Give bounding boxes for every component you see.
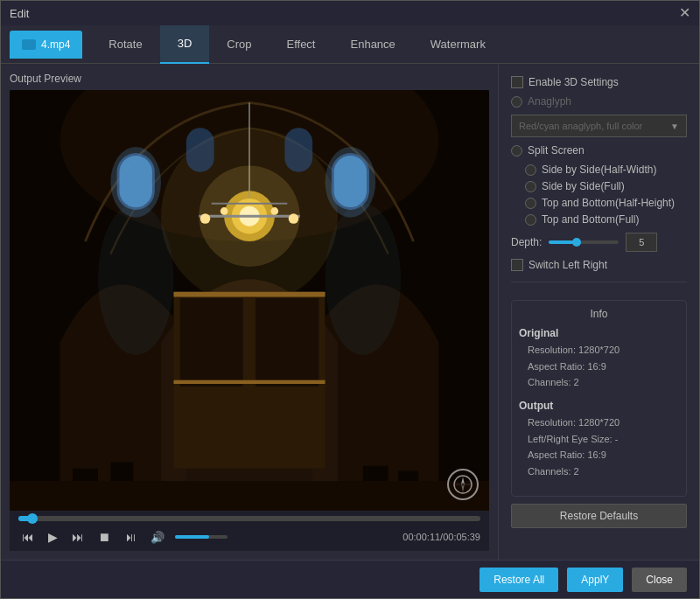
bottom-bar: Restore All ApplY Close bbox=[1, 560, 699, 598]
volume-slider[interactable] bbox=[175, 535, 228, 539]
top-bottom-half-radio[interactable] bbox=[525, 198, 536, 209]
original-label: Original bbox=[519, 327, 679, 339]
original-resolution: Resolution: 1280*720 bbox=[519, 342, 679, 359]
tab-rotate[interactable]: Rotate bbox=[91, 25, 159, 64]
svg-point-10 bbox=[200, 213, 211, 224]
anaglyph-radio[interactable] bbox=[511, 96, 522, 108]
dropdown-value: Red/cyan anaglyph, full color bbox=[519, 121, 642, 131]
svg-rect-20 bbox=[186, 128, 214, 171]
depth-number[interactable]: 5 bbox=[626, 233, 657, 252]
progress-bar[interactable] bbox=[18, 516, 480, 521]
close-button[interactable]: Close bbox=[632, 568, 687, 592]
next-frame-button[interactable]: ⏯ bbox=[121, 528, 140, 546]
file-icon bbox=[22, 39, 36, 50]
skip-back-button[interactable]: ⏮ bbox=[18, 528, 38, 546]
preview-panel: Output Preview bbox=[1, 64, 498, 560]
skip-forward-button[interactable]: ⏭ bbox=[68, 528, 88, 546]
enable-3d-row: Enable 3D Settings bbox=[511, 76, 687, 88]
file-tab[interactable]: 4.mp4 bbox=[10, 31, 82, 59]
svg-point-12 bbox=[220, 207, 228, 215]
video-container bbox=[10, 90, 489, 511]
dropdown-arrow-icon: ▼ bbox=[670, 122, 679, 131]
svg-rect-26 bbox=[173, 292, 325, 297]
tab-3d[interactable]: 3D bbox=[160, 25, 210, 64]
restore-defaults-button[interactable]: Restore Defaults bbox=[511, 504, 687, 528]
output-eye-size: Left/Right Eye Size: - bbox=[519, 431, 679, 448]
original-channels: Channels: 2 bbox=[519, 374, 679, 391]
svg-rect-27 bbox=[173, 380, 325, 384]
output-label: Output bbox=[519, 400, 679, 412]
content-area: Output Preview bbox=[1, 64, 699, 560]
svg-point-34 bbox=[326, 204, 402, 355]
split-options: Side by Side(Half-Width) Side by Side(Fu… bbox=[511, 164, 687, 226]
side-by-side-full-label: Side by Side(Full) bbox=[542, 180, 625, 192]
original-aspect: Aspect Ratio: 16:9 bbox=[519, 359, 679, 375]
tab-effect[interactable]: Effect bbox=[269, 25, 332, 64]
tab-enhance[interactable]: Enhance bbox=[333, 25, 413, 64]
svg-point-33 bbox=[98, 204, 174, 355]
restore-all-button[interactable]: Restore All bbox=[480, 568, 558, 592]
output-resolution: Resolution: 1280*720 bbox=[519, 414, 679, 431]
title-bar: Edit ✕ bbox=[1, 1, 699, 25]
anaglyph-dropdown-row: Red/cyan anaglyph, full color ▼ bbox=[511, 115, 687, 137]
controls-row: ⏮ ▶ ⏭ ⏹ ⏯ 🔊 00:00:11/00:05:39 bbox=[18, 528, 480, 546]
anaglyph-dropdown[interactable]: Red/cyan anaglyph, full color ▼ bbox=[511, 115, 687, 137]
info-title: Info bbox=[519, 308, 679, 320]
split-screen-row: Split Screen bbox=[511, 144, 687, 157]
top-bottom-full-radio[interactable] bbox=[525, 214, 536, 226]
time-display: 00:00:11/00:05:39 bbox=[402, 532, 480, 542]
volume-fill bbox=[175, 535, 209, 539]
depth-label: Depth: bbox=[511, 236, 542, 248]
switch-lr-checkbox[interactable] bbox=[511, 259, 523, 271]
video-placeholder bbox=[10, 90, 489, 511]
window-close-button[interactable]: ✕ bbox=[679, 6, 690, 20]
window-title: Edit bbox=[10, 7, 29, 20]
anaglyph-label: Anaglyph bbox=[528, 95, 571, 108]
top-bottom-full-label: Top and Bottom(Full) bbox=[542, 213, 639, 226]
church-image bbox=[10, 90, 489, 511]
depth-row: Depth: 5 bbox=[511, 233, 687, 252]
side-by-side-full-row: Side by Side(Full) bbox=[525, 180, 687, 192]
switch-lr-label: Switch Left Right bbox=[528, 259, 607, 271]
tabs-bar: 4.mp4 Rotate 3D Crop Effect Enhance Wate… bbox=[1, 25, 699, 64]
compass-icon bbox=[447, 469, 479, 500]
side-by-side-half-label: Side by Side(Half-Width) bbox=[542, 164, 656, 176]
volume-button[interactable]: 🔊 bbox=[147, 529, 168, 546]
split-screen-label: Split Screen bbox=[528, 144, 584, 157]
separator-1 bbox=[511, 282, 687, 282]
svg-rect-24 bbox=[180, 298, 243, 387]
side-by-side-half-row: Side by Side(Half-Width) bbox=[525, 164, 687, 176]
anaglyph-row: Anaglyph bbox=[511, 95, 687, 108]
depth-thumb bbox=[572, 238, 581, 247]
svg-rect-25 bbox=[256, 298, 318, 387]
main-window: Edit ✕ 4.mp4 Rotate 3D Crop Effect Enhan… bbox=[0, 0, 700, 599]
original-info-group: Original Resolution: 1280*720 Aspect Rat… bbox=[519, 327, 679, 391]
top-bottom-half-label: Top and Bottom(Half-Height) bbox=[542, 197, 675, 209]
svg-point-13 bbox=[271, 207, 279, 215]
tab-watermark[interactable]: Watermark bbox=[413, 25, 503, 64]
svg-rect-21 bbox=[284, 128, 312, 171]
top-bottom-half-row: Top and Bottom(Half-Height) bbox=[525, 197, 687, 209]
switch-lr-row: Switch Left Right bbox=[511, 259, 687, 271]
info-section: Info Original Resolution: 1280*720 Aspec… bbox=[511, 300, 687, 497]
svg-rect-32 bbox=[10, 481, 489, 511]
depth-slider[interactable] bbox=[549, 240, 619, 244]
player-controls: ⏮ ▶ ⏭ ⏹ ⏯ 🔊 00:00:11/00:05:39 bbox=[10, 511, 489, 551]
side-by-side-half-radio[interactable] bbox=[525, 164, 536, 176]
split-screen-radio[interactable] bbox=[511, 145, 522, 157]
output-channels: Channels: 2 bbox=[519, 463, 679, 480]
top-bottom-full-row: Top and Bottom(Full) bbox=[525, 213, 687, 226]
output-info-group: Output Resolution: 1280*720 Left/Right E… bbox=[519, 400, 679, 480]
depth-slider-container: 5 bbox=[549, 233, 657, 252]
output-aspect: Aspect Ratio: 16:9 bbox=[519, 447, 679, 463]
apply-button[interactable]: ApplY bbox=[567, 568, 623, 592]
svg-point-11 bbox=[289, 213, 299, 224]
enable-3d-label: Enable 3D Settings bbox=[528, 76, 619, 88]
enable-3d-checkbox[interactable] bbox=[511, 76, 523, 88]
stop-button[interactable]: ⏹ bbox=[94, 528, 114, 546]
play-button[interactable]: ▶ bbox=[45, 528, 61, 546]
tab-crop[interactable]: Crop bbox=[209, 25, 269, 64]
settings-panel: Enable 3D Settings Anaglyph Red/cyan ana… bbox=[498, 64, 699, 560]
side-by-side-full-radio[interactable] bbox=[525, 181, 536, 192]
file-tab-label: 4.mp4 bbox=[41, 38, 70, 51]
